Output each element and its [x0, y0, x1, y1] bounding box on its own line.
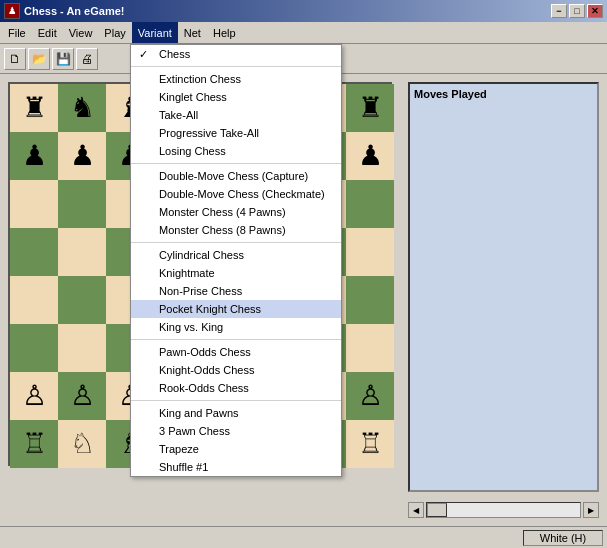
board-cell-7-0[interactable]: ♖	[10, 420, 58, 468]
board-cell-4-1[interactable]	[58, 276, 106, 324]
variant-menu-item-monster-chess-(4-pawns)[interactable]: Monster Chess (4 Pawns)	[131, 203, 341, 221]
variant-menu-item-double-move-chess-(capture)[interactable]: Double-Move Chess (Capture)	[131, 167, 341, 185]
variant-menu-item-kinglet-chess[interactable]: Kinglet Chess	[131, 88, 341, 106]
variant-menu-item-pawn-odds-chess[interactable]: Pawn-Odds Chess	[131, 343, 341, 361]
variant-menu-item-rook-odds-chess[interactable]: Rook-Odds Chess	[131, 379, 341, 397]
minimize-button[interactable]: −	[551, 4, 567, 18]
board-cell-3-0[interactable]	[10, 228, 58, 276]
board-cell-0-0[interactable]: ♜	[10, 84, 58, 132]
board-cell-7-7[interactable]: ♖	[346, 420, 394, 468]
board-cell-3-7[interactable]	[346, 228, 394, 276]
menu-file[interactable]: File	[2, 22, 32, 43]
status-text: White (H)	[523, 530, 603, 546]
board-cell-3-1[interactable]	[58, 228, 106, 276]
board-cell-1-1[interactable]: ♟	[58, 132, 106, 180]
title-controls: − □ ✕	[551, 4, 603, 18]
board-cell-4-7[interactable]	[346, 276, 394, 324]
variant-menu-item-losing-chess[interactable]: Losing Chess	[131, 142, 341, 160]
toolbar-new[interactable]: 🗋	[4, 48, 26, 70]
board-cell-5-1[interactable]	[58, 324, 106, 372]
horizontal-scrollbar: ◀ ▶	[408, 502, 599, 518]
menu-separator-12	[131, 242, 341, 243]
close-button[interactable]: ✕	[587, 4, 603, 18]
scroll-thumb[interactable]	[427, 503, 447, 517]
menu-help[interactable]: Help	[207, 22, 242, 43]
menu-separator-22	[131, 400, 341, 401]
variant-menu-item-shuffle-#1[interactable]: Shuffle #1	[131, 458, 341, 476]
app-icon: ♟	[4, 3, 20, 19]
board-cell-6-7[interactable]: ♙	[346, 372, 394, 420]
variant-menu-item-double-move-chess-(checkmate)[interactable]: Double-Move Chess (Checkmate)	[131, 185, 341, 203]
restore-button[interactable]: □	[569, 4, 585, 18]
title-bar-left: ♟ Chess - An eGame!	[4, 3, 124, 19]
title-bar: ♟ Chess - An eGame! − □ ✕	[0, 0, 607, 22]
board-cell-2-0[interactable]	[10, 180, 58, 228]
toolbar-save[interactable]: 💾	[52, 48, 74, 70]
menu-separator-7	[131, 163, 341, 164]
board-cell-0-1[interactable]: ♞	[58, 84, 106, 132]
variant-menu-item-cylindrical-chess[interactable]: Cylindrical Chess	[131, 246, 341, 264]
variant-menu-item-trapeze[interactable]: Trapeze	[131, 440, 341, 458]
menu-net[interactable]: Net	[178, 22, 207, 43]
status-bar: White (H)	[0, 526, 607, 548]
menu-play[interactable]: Play	[98, 22, 131, 43]
board-cell-7-1[interactable]: ♘	[58, 420, 106, 468]
variant-menu-item-king-and-pawns[interactable]: King and Pawns	[131, 404, 341, 422]
scroll-left-button[interactable]: ◀	[408, 502, 424, 518]
variant-menu-item-pocket-knight-chess[interactable]: Pocket Knight Chess	[131, 300, 341, 318]
board-cell-2-7[interactable]	[346, 180, 394, 228]
toolbar-print[interactable]: 🖨	[76, 48, 98, 70]
board-cell-0-7[interactable]: ♜	[346, 84, 394, 132]
board-cell-6-0[interactable]: ♙	[10, 372, 58, 420]
menu-view[interactable]: View	[63, 22, 99, 43]
scroll-right-button[interactable]: ▶	[583, 502, 599, 518]
variant-menu-item-chess[interactable]: Chess	[131, 45, 341, 63]
variant-menu-item-extinction-chess[interactable]: Extinction Chess	[131, 70, 341, 88]
menu-edit[interactable]: Edit	[32, 22, 63, 43]
variant-menu-item-king-vs.-king[interactable]: King vs. King	[131, 318, 341, 336]
board-cell-5-0[interactable]	[10, 324, 58, 372]
right-panel: Moves Played ◀ ▶	[400, 74, 607, 526]
window-title: Chess - An eGame!	[24, 5, 124, 17]
variant-menu-item-take-all[interactable]: Take-All	[131, 106, 341, 124]
scroll-track[interactable]	[426, 502, 581, 518]
board-cell-2-1[interactable]	[58, 180, 106, 228]
variant-menu-item-3-pawn-chess[interactable]: 3 Pawn Chess	[131, 422, 341, 440]
variant-menu-item-non-prise-chess[interactable]: Non-Prise Chess	[131, 282, 341, 300]
menu-separator-18	[131, 339, 341, 340]
board-cell-4-0[interactable]	[10, 276, 58, 324]
moves-played-box: Moves Played	[408, 82, 599, 492]
variant-menu-item-progressive-take-all[interactable]: Progressive Take-All	[131, 124, 341, 142]
variant-dropdown: ChessExtinction ChessKinglet ChessTake-A…	[130, 44, 342, 477]
variant-menu-item-knight-odds-chess[interactable]: Knight-Odds Chess	[131, 361, 341, 379]
board-cell-1-7[interactable]: ♟	[346, 132, 394, 180]
menu-separator-1	[131, 66, 341, 67]
variant-menu-item-knightmate[interactable]: Knightmate	[131, 264, 341, 282]
board-cell-1-0[interactable]: ♟	[10, 132, 58, 180]
moves-played-title: Moves Played	[414, 88, 593, 100]
toolbar-open[interactable]: 📂	[28, 48, 50, 70]
board-cell-6-1[interactable]: ♙	[58, 372, 106, 420]
menu-variant[interactable]: Variant	[132, 22, 178, 43]
variant-menu-item-monster-chess-(8-pawns)[interactable]: Monster Chess (8 Pawns)	[131, 221, 341, 239]
board-cell-5-7[interactable]	[346, 324, 394, 372]
menu-bar: File Edit View Play Variant Net Help	[0, 22, 607, 44]
